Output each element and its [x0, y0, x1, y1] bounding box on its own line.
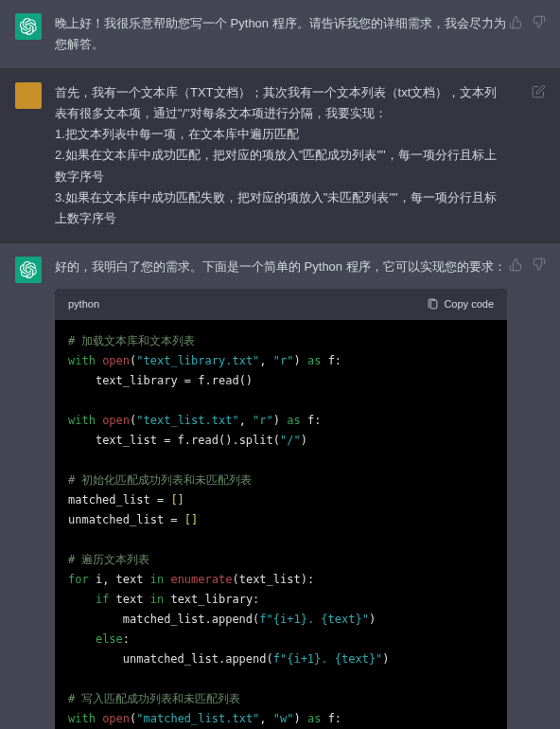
edit-icon: [532, 84, 546, 98]
edit-button[interactable]: [530, 82, 547, 99]
message-text: 晚上好！我很乐意帮助您写一个 Python 程序。请告诉我您的详细需求，我会尽力…: [55, 13, 545, 55]
assistant-avatar: [15, 13, 42, 40]
message-content: 好的，我明白了您的需求。下面是一个简单的 Python 程序，它可以实现您的要求…: [55, 257, 545, 729]
message-assistant: 晚上好！我很乐意帮助您写一个 Python 程序。请告诉我您的详细需求，我会尽力…: [0, 0, 560, 69]
code-header: python Copy code: [55, 289, 507, 320]
message-text: 首先，我有一个文本库（TXT文档）；其次我有一个文本列表（txt文档），文本列表…: [55, 82, 545, 229]
thumbs-up-button[interactable]: [507, 257, 524, 274]
message-actions: [507, 257, 547, 274]
clipboard-icon: [427, 298, 439, 311]
svg-rect-0: [431, 300, 438, 309]
openai-logo-icon: [20, 261, 37, 278]
thumbs-up-button[interactable]: [507, 13, 524, 30]
thumbs-up-icon: [509, 15, 523, 29]
user-avatar: [15, 82, 42, 109]
thumbs-up-icon: [509, 258, 523, 272]
thumbs-down-icon: [532, 15, 546, 29]
copy-code-button[interactable]: Copy code: [427, 295, 494, 313]
assistant-avatar: [15, 257, 42, 283]
thumbs-down-button[interactable]: [530, 13, 547, 30]
thumbs-down-button[interactable]: [530, 257, 547, 274]
message-user: 首先，我有一个文本库（TXT文档）；其次我有一个文本列表（txt文档），文本列表…: [0, 69, 560, 243]
message-actions: [507, 13, 547, 30]
code-block: python Copy code # 加载文本库和文本列表 with open(…: [55, 289, 507, 729]
code-content: # 加载文本库和文本列表 with open("text_library.txt…: [55, 320, 507, 729]
code-lang-label: python: [68, 295, 99, 313]
thumbs-down-icon: [532, 258, 546, 272]
message-actions: [530, 82, 547, 99]
copy-label: Copy code: [444, 295, 494, 313]
openai-logo-icon: [20, 18, 37, 35]
message-assistant: 好的，我明白了您的需求。下面是一个简单的 Python 程序，它可以实现您的要求…: [0, 243, 560, 729]
message-text: 好的，我明白了您的需求。下面是一个简单的 Python 程序，它可以实现您的要求…: [55, 257, 507, 277]
